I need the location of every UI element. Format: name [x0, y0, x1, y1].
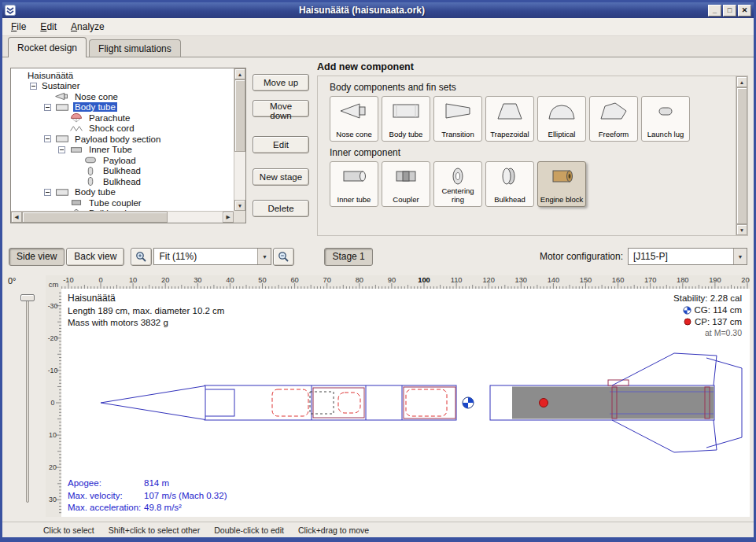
add-bulkhead-button[interactable]: Bulkhead: [485, 161, 534, 207]
back-view-button[interactable]: Back view: [66, 248, 124, 266]
scroll-down-icon[interactable]: ▼: [234, 200, 245, 211]
motor-configuration-select[interactable]: [J115-P] ▼: [628, 248, 747, 265]
flight-stat-label: Apogee:: [68, 477, 144, 490]
zoom-level-select[interactable]: Fit (11%) ▼: [153, 248, 271, 265]
svg-text:0: 0: [98, 276, 102, 284]
move-down-button[interactable]: Move down: [253, 100, 309, 117]
component-tree-panel: HaisunäätäSustainerNose coneBody tubePar…: [10, 68, 246, 223]
cp-marker: [540, 399, 548, 407]
stage-1-button[interactable]: Stage 1: [324, 248, 372, 266]
view-toolbar: Side view Back view Fit (11%) ▼ Stage 1 …: [2, 245, 754, 267]
tree-item-body-tube[interactable]: Body tube: [11, 187, 234, 198]
maximize-button[interactable]: □: [723, 5, 736, 17]
svg-text:120: 120: [482, 276, 495, 284]
rotation-slider-handle[interactable]: [20, 294, 35, 301]
scroll-left-icon[interactable]: ◀: [11, 212, 22, 223]
tab-rocket-design[interactable]: Rocket design: [8, 37, 87, 57]
body-tube-icon: [54, 187, 70, 197]
body-tube-outline[interactable]: [205, 385, 456, 420]
component-button-label: Coupler: [393, 196, 419, 205]
tree-item-parachute[interactable]: Parachute: [11, 112, 234, 124]
collapse-icon[interactable]: [44, 135, 51, 142]
side-view-button[interactable]: Side view: [9, 248, 65, 266]
tree-item-sustainer[interactable]: Sustainer: [11, 81, 234, 92]
titlebar[interactable]: Haisunäätä (haisunaata.ork) _□✕: [2, 2, 754, 18]
component-palette: Body components and fin setsNose coneBod…: [317, 76, 748, 236]
add-freeform-button[interactable]: Freeform: [589, 96, 638, 142]
add-launch-lug-button[interactable]: Launch lug: [641, 96, 690, 142]
close-button[interactable]: ✕: [738, 5, 751, 17]
scroll-right-icon[interactable]: ▶: [223, 212, 234, 223]
scroll-down-icon[interactable]: ▼: [736, 224, 747, 235]
svg-text:90: 90: [388, 276, 396, 284]
zoom-in-button[interactable]: [131, 248, 152, 266]
move-up-button[interactable]: Move up: [253, 74, 309, 91]
component-tree[interactable]: HaisunäätäSustainerNose coneBody tubePar…: [11, 68, 234, 211]
tab-flight-simulations[interactable]: Flight simulations: [89, 39, 181, 57]
bulkhead-icon: [494, 165, 526, 186]
add-body-tube-button[interactable]: Body tube: [382, 96, 430, 142]
collapse-icon[interactable]: [30, 83, 37, 90]
new-stage-button[interactable]: New stage: [253, 168, 309, 186]
flight-stats: Apogee:814 mMax. velocity:107 m/s (Mach …: [68, 477, 227, 514]
tree-item-tube-coupler[interactable]: Tube coupler: [11, 197, 234, 208]
minimize-button[interactable]: _: [708, 5, 721, 17]
tree-item-inner-tube[interactable]: Inner Tube: [11, 145, 234, 156]
tree-vertical-scrollbar[interactable]: ▲ ▼: [234, 68, 245, 211]
elliptical-fin-icon: [546, 100, 577, 121]
tree-item-payload-body-section[interactable]: Payload body section: [11, 134, 234, 145]
tree-item-bulkhead[interactable]: Bulkhead: [11, 166, 234, 177]
component-button-label: Elliptical: [548, 131, 576, 139]
svg-text:30: 30: [194, 276, 201, 284]
add-trapezoidal-button[interactable]: Trapezoidal: [485, 96, 534, 142]
horizontal-ruler: -100102030405060708090100110120130140150…: [61, 275, 750, 289]
collapse-icon[interactable]: [44, 189, 51, 196]
svg-text:20: 20: [49, 463, 57, 471]
scrollbar-thumb[interactable]: [22, 212, 168, 223]
menu-file[interactable]: File: [4, 18, 33, 35]
scrollbar-thumb[interactable]: [234, 79, 245, 152]
delete-button[interactable]: Delete: [253, 200, 309, 217]
scrollbar-thumb[interactable]: [736, 87, 747, 224]
add-coupler-button[interactable]: Coupler: [382, 161, 430, 207]
tree-item-payload[interactable]: Payload: [11, 155, 234, 166]
menu-edit[interactable]: Edit: [33, 18, 64, 35]
zoom-out-button[interactable]: [273, 248, 294, 266]
scroll-up-icon[interactable]: ▲: [234, 68, 245, 79]
component-button-label: Inner tube: [337, 196, 371, 205]
tree-item-label: Sustainer: [40, 81, 82, 90]
motor-configuration-label: Motor configuration:: [540, 251, 623, 262]
palette-scrollbar[interactable]: ▲ ▼: [736, 76, 747, 235]
launch-lug-outline[interactable]: [608, 380, 629, 385]
add-engine-block-button[interactable]: Engine block: [537, 161, 586, 207]
menu-analyze[interactable]: Analyze: [64, 18, 112, 35]
svg-text:180: 180: [677, 276, 689, 284]
tree-horizontal-scrollbar[interactable]: ◀ ▶: [11, 211, 234, 223]
rocket-canvas[interactable]: Haisunäätä Length 189 cm, max. diameter …: [61, 289, 750, 517]
tree-item-bulkhead[interactable]: Bulkhead: [11, 176, 234, 187]
payload-icon: [83, 155, 98, 165]
tree-item-shock-cord[interactable]: Shock cord: [11, 124, 234, 135]
nose-cone-outline[interactable]: [101, 386, 205, 420]
component-button-label: Bulkhead: [494, 196, 526, 205]
tree-item-haisun-t[interactable]: Haisunäätä: [11, 70, 234, 81]
collapse-icon[interactable]: [44, 104, 51, 111]
chevron-down-icon: ▼: [733, 249, 747, 264]
transition-icon: [442, 100, 474, 121]
add-elliptical-button[interactable]: Elliptical: [537, 96, 586, 142]
edit-button[interactable]: Edit: [253, 136, 309, 153]
rotation-slider[interactable]: [26, 297, 29, 503]
component-group-label: Body components and fin sets: [330, 82, 747, 93]
svg-text:40: 40: [226, 276, 234, 284]
component-button-label: Launch lug: [647, 131, 684, 139]
add-inner-tube-button[interactable]: Inner tube: [330, 161, 378, 207]
tree-item-body-tube[interactable]: Body tube: [11, 102, 234, 113]
rocket-design-pane: HaisunäätäSustainerNose coneBody tubePar…: [2, 58, 754, 241]
status-hint: Click+drag to move: [298, 525, 369, 535]
scroll-up-icon[interactable]: ▲: [736, 76, 747, 87]
add-centering-ring-button[interactable]: Centering ring: [433, 161, 482, 207]
add-nose-cone-button[interactable]: Nose cone: [330, 96, 378, 142]
add-transition-button[interactable]: Transition: [433, 96, 482, 142]
collapse-icon[interactable]: [58, 146, 65, 153]
tree-item-nose-cone[interactable]: Nose cone: [11, 91, 234, 102]
